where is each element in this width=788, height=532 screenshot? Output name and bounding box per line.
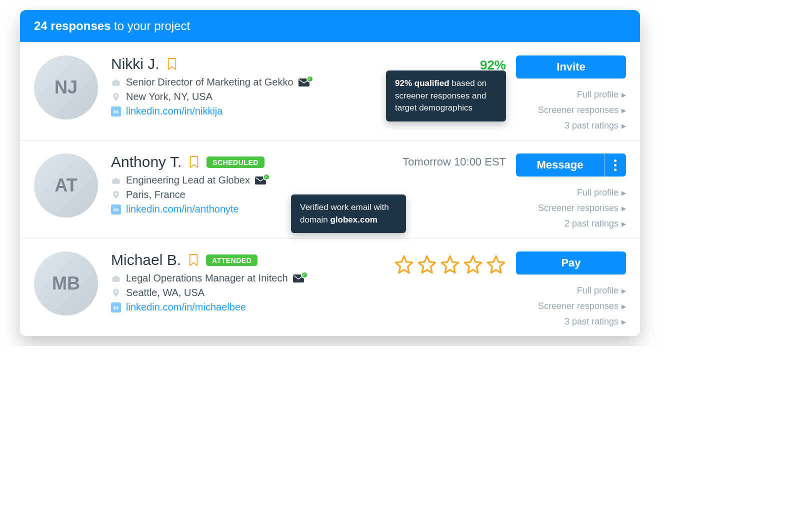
svg-rect-7	[115, 178, 118, 179]
verified-check-icon: ✓	[301, 272, 308, 278]
person-role: Engineering Lead at Globex	[126, 174, 250, 186]
avatar[interactable]: NJ	[34, 56, 98, 120]
verified-check-icon: ✓	[306, 76, 314, 82]
screener-responses-link[interactable]: Screener responses▶	[538, 105, 626, 116]
svg-rect-1	[115, 80, 118, 81]
linkedin-line: in linkedin.com/in/michaelbee	[111, 302, 366, 313]
caret-right-icon: ▶	[622, 190, 626, 196]
verified-email-icon[interactable]: ✓	[293, 274, 304, 282]
verified-check-icon: ✓	[263, 174, 270, 180]
full-profile-link[interactable]: Full profile▶	[577, 286, 626, 296]
location-pin-icon	[111, 288, 121, 298]
middle-column: Tomorrow 10:00 EST	[381, 154, 506, 168]
screener-responses-link[interactable]: Screener responses▶	[538, 203, 626, 214]
status-badge: ATTENDED	[206, 254, 258, 266]
star-icon[interactable]	[463, 254, 483, 274]
role-line: Legal Operations Manager at Initech ✓	[111, 272, 366, 284]
linkedin-link[interactable]: linkedin.com/in/nikkija	[126, 106, 222, 117]
person-role: Legal Operations Manager at Initech	[126, 272, 288, 284]
card-header: 24 responses to your project	[20, 10, 640, 42]
response-row: AT Anthony T. SCHEDULED Engineering Lead…	[20, 140, 640, 238]
person-info: Anthony T. SCHEDULED Engineering Lead at…	[111, 154, 381, 215]
person-role: Senior Director of Marketing at Gekko	[126, 76, 294, 88]
svg-text:in: in	[114, 206, 118, 212]
actions-column: Message Full profile▶ Screener responses…	[516, 154, 626, 229]
svg-text:in: in	[114, 108, 118, 114]
past-ratings-link[interactable]: 2 past ratings▶	[564, 218, 626, 229]
linkedin-icon: in	[111, 204, 121, 214]
qualification-tooltip: 92% qualified based on screener response…	[386, 70, 506, 122]
caret-right-icon: ▶	[622, 205, 626, 212]
role-line: Senior Director of Marketing at Gekko ✓	[111, 76, 381, 88]
star-icon[interactable]	[394, 254, 414, 274]
person-location: New York, NY, USA	[126, 91, 212, 102]
invite-button[interactable]: Invite	[516, 56, 626, 78]
linkedin-icon: in	[111, 106, 121, 116]
response-row: NJ Nikki J. Senior Director of Marketing…	[20, 42, 640, 140]
svg-text:in: in	[114, 304, 118, 310]
person-name: Nikki J.	[111, 56, 160, 72]
more-actions-button[interactable]	[604, 154, 626, 176]
caret-right-icon: ▶	[622, 288, 626, 294]
actions-column: Invite Full profile▶ Screener responses▶…	[516, 56, 626, 131]
briefcase-icon	[111, 274, 121, 284]
caret-right-icon: ▶	[622, 220, 626, 228]
svg-point-9	[115, 192, 117, 194]
verified-email-icon[interactable]: ✓	[255, 176, 266, 184]
location-line: New York, NY, USA	[111, 91, 381, 102]
caret-right-icon: ▶	[622, 107, 626, 114]
linkedin-line: in linkedin.com/in/nikkija	[111, 106, 381, 117]
linkedin-icon: in	[111, 302, 121, 312]
location-pin-icon	[111, 190, 121, 200]
response-row: MB Michael B. ATTENDED Legal Operations …	[20, 238, 640, 336]
bookmark-icon[interactable]	[188, 253, 199, 267]
pay-button[interactable]: Pay	[516, 252, 626, 274]
past-ratings-link[interactable]: 3 past ratings▶	[564, 120, 626, 131]
briefcase-icon	[111, 176, 121, 186]
linkedin-link[interactable]: linkedin.com/in/michaelbee	[126, 302, 246, 313]
status-badge: SCHEDULED	[206, 156, 264, 168]
full-profile-link[interactable]: Full profile▶	[577, 90, 626, 100]
past-ratings-link[interactable]: 3 past ratings▶	[564, 316, 626, 327]
person-location: Seattle, WA, USA	[126, 287, 204, 298]
avatar[interactable]: MB	[34, 252, 98, 316]
person-location: Paris, France	[126, 189, 186, 200]
svg-point-15	[115, 290, 117, 292]
linkedin-link[interactable]: linkedin.com/in/anthonyte	[126, 204, 239, 215]
person-name: Michael B.	[111, 252, 181, 268]
svg-rect-0	[112, 80, 120, 86]
caret-right-icon: ▶	[622, 122, 626, 130]
actions-column: Pay Full profile▶ Screener responses▶ 3 …	[516, 252, 626, 327]
bookmark-icon[interactable]	[166, 57, 178, 71]
caret-right-icon: ▶	[622, 92, 626, 98]
verified-email-icon[interactable]: ✓	[298, 78, 310, 86]
star-icon[interactable]	[486, 254, 506, 274]
svg-point-3	[115, 94, 117, 96]
full-profile-link[interactable]: Full profile▶	[577, 188, 626, 198]
location-line: Seattle, WA, USA	[111, 287, 366, 298]
bookmark-icon[interactable]	[188, 155, 200, 169]
person-name: Anthony T.	[111, 154, 182, 170]
middle-column	[366, 252, 506, 274]
svg-rect-6	[112, 178, 120, 184]
message-button[interactable]: Message	[516, 154, 604, 176]
person-info: Michael B. ATTENDED Legal Operations Man…	[111, 252, 366, 313]
svg-rect-13	[115, 276, 118, 277]
header-suffix: to your project	[110, 19, 190, 32]
person-info: Nikki J. Senior Director of Marketing at…	[111, 56, 381, 117]
star-icon[interactable]	[417, 254, 437, 274]
avatar[interactable]: AT	[34, 154, 98, 218]
verified-email-tooltip: Verified work email with domain globex.c…	[291, 194, 406, 233]
rating-stars[interactable]	[366, 254, 506, 274]
caret-right-icon: ▶	[622, 303, 626, 310]
star-icon[interactable]	[440, 254, 460, 274]
location-pin-icon	[111, 92, 121, 102]
caret-right-icon: ▶	[622, 318, 626, 326]
middle-column: 92% 92% qualified based on screener resp…	[381, 56, 506, 73]
briefcase-icon	[111, 78, 121, 88]
response-count: 24 responses	[34, 19, 110, 32]
svg-rect-12	[112, 276, 120, 282]
screener-responses-link[interactable]: Screener responses▶	[538, 301, 626, 312]
responses-card: 24 responses to your project NJ Nikki J.…	[20, 10, 640, 336]
role-line: Engineering Lead at Globex ✓ Verified wo…	[111, 174, 381, 186]
